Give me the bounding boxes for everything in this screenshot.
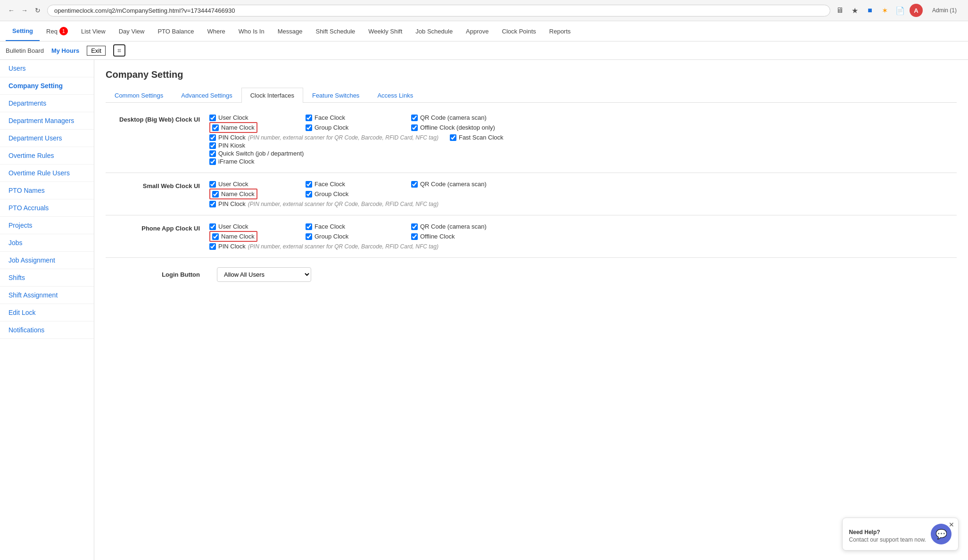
desktop-pin-clock-checkbox[interactable] <box>209 134 216 141</box>
desktop-offline-clock[interactable]: Offline Clock (desktop only) <box>411 124 957 131</box>
sidebar-item-shifts[interactable]: Shifts <box>0 269 94 287</box>
sidebar-item-pto-names[interactable]: PTO Names <box>0 182 94 199</box>
desktop-iframe-clock[interactable]: iFrame Clock <box>209 158 255 165</box>
sidebar-item-pto-accruals[interactable]: PTO Accruals <box>0 199 94 217</box>
small-pin-clock-checkbox[interactable] <box>209 201 216 207</box>
login-select[interactable]: Allow All Users Specific Users Only <box>217 267 311 282</box>
phone-qr-code[interactable]: QR Code (camera scan) <box>411 223 957 230</box>
sidebar-item-overtime-rules[interactable]: Overtime Rules <box>0 147 94 165</box>
small-face-clock[interactable]: Face Clock <box>306 181 400 188</box>
desktop-name-clock-checkbox[interactable] <box>212 124 219 131</box>
small-face-clock-checkbox[interactable] <box>306 181 312 188</box>
address-bar[interactable]: opentimeclock.com/q2/mCompanySetting.htm… <box>47 5 830 16</box>
nav-setting[interactable]: Setting <box>6 22 40 41</box>
sidebar-item-job-assignment[interactable]: Job Assignment <box>0 252 94 269</box>
desktop-name-clock[interactable]: Name Clock <box>209 122 294 133</box>
phone-offline-clock-checkbox[interactable] <box>411 233 418 240</box>
sidebar-item-notifications[interactable]: Notifications <box>0 321 94 339</box>
phone-user-clock[interactable]: User Clock <box>209 223 294 230</box>
nav-reports[interactable]: Reports <box>543 22 578 41</box>
sidebar-item-edit-lock[interactable]: Edit Lock <box>0 304 94 321</box>
sidebar-item-jobs[interactable]: Jobs <box>0 234 94 252</box>
phone-group-clock-checkbox[interactable] <box>306 233 312 240</box>
phone-face-clock-checkbox[interactable] <box>306 223 312 230</box>
nav-job-schedule[interactable]: Job Schedule <box>409 22 459 41</box>
desktop-fast-scan-clock-checkbox[interactable] <box>450 134 456 141</box>
small-qr-code[interactable]: QR Code (camera scan) <box>411 181 957 188</box>
nav-who-is-in[interactable]: Who Is In <box>232 22 271 41</box>
bookmark-icon[interactable]: ★ <box>849 5 860 16</box>
sidebar-item-shift-assignment[interactable]: Shift Assignment <box>0 287 94 304</box>
reload-button[interactable]: ↻ <box>32 5 43 16</box>
sidebar-item-department-users[interactable]: Department Users <box>0 130 94 147</box>
phone-pin-clock[interactable]: PIN Clock (PIN number, external scanner … <box>209 243 438 250</box>
desktop-qr-code-checkbox[interactable] <box>411 115 418 121</box>
small-user-clock-checkbox[interactable] <box>209 181 216 188</box>
nav-approve[interactable]: Approve <box>459 22 495 41</box>
back-button[interactable]: ← <box>6 5 17 16</box>
nav-shift-schedule[interactable]: Shift Schedule <box>309 22 362 41</box>
nav-req[interactable]: Req 1 <box>40 21 74 41</box>
sidebar-item-projects[interactable]: Projects <box>0 217 94 234</box>
small-name-clock-checkbox[interactable] <box>212 191 219 198</box>
sidebar-item-departments[interactable]: Departments <box>0 95 94 112</box>
desktop-user-clock-checkbox[interactable] <box>209 115 216 121</box>
sidebar-item-overtime-rule-users[interactable]: Overtime Rule Users <box>0 165 94 182</box>
cast-icon[interactable]: 🖥 <box>834 5 845 16</box>
nav-day-view[interactable]: Day View <box>112 22 151 41</box>
desktop-fast-scan-clock[interactable]: Fast Scan Clock <box>450 134 504 141</box>
desktop-group-clock[interactable]: Group Clock <box>306 124 400 131</box>
desktop-quick-switch[interactable]: Quick Switch (job / department) <box>209 150 304 157</box>
small-qr-code-checkbox[interactable] <box>411 181 418 188</box>
extension-icon-3[interactable]: 📄 <box>894 5 906 16</box>
desktop-iframe-clock-checkbox[interactable] <box>209 158 216 165</box>
exit-button[interactable]: Exit <box>87 46 106 56</box>
tab-access-links[interactable]: Access Links <box>368 88 422 103</box>
desktop-offline-clock-checkbox[interactable] <box>411 124 418 131</box>
phone-user-clock-checkbox[interactable] <box>209 223 216 230</box>
tab-clock-interfaces[interactable]: Clock Interfaces <box>241 88 303 103</box>
phone-group-clock[interactable]: Group Clock <box>306 233 400 240</box>
desktop-pin-kiosk[interactable]: PIN Kiosk <box>209 142 245 149</box>
sidebar-item-company-setting[interactable]: Company Setting <box>0 77 94 95</box>
nav-clock-points[interactable]: Clock Points <box>496 22 543 41</box>
small-group-clock-checkbox[interactable] <box>306 191 312 198</box>
phone-offline-clock[interactable]: Offline Clock <box>411 233 957 240</box>
sidebar-item-department-managers[interactable]: Department Managers <box>0 112 94 130</box>
bulletin-board-link[interactable]: Bulletin Board <box>6 47 44 54</box>
desktop-pin-clock[interactable]: PIN Clock (PIN number, external scanner … <box>209 134 438 141</box>
help-close-button[interactable]: ✕ <box>949 521 954 528</box>
my-hours-link[interactable]: My Hours <box>51 47 79 54</box>
phone-pin-clock-checkbox[interactable] <box>209 243 216 250</box>
small-pin-clock[interactable]: PIN Clock (PIN number, external scanner … <box>209 200 438 207</box>
extension-icon-1[interactable]: ■ <box>864 5 876 16</box>
browser-nav-buttons[interactable]: ← → ↻ <box>6 5 43 16</box>
small-name-clock[interactable]: Name Clock <box>209 189 294 199</box>
forward-button[interactable]: → <box>19 5 30 16</box>
small-user-clock[interactable]: User Clock <box>209 181 294 188</box>
extension-icon-2[interactable]: ✶ <box>879 5 891 16</box>
phone-name-clock-checkbox[interactable] <box>212 233 219 240</box>
phone-name-clock[interactable]: Name Clock <box>209 231 294 242</box>
tab-common-settings[interactable]: Common Settings <box>106 88 172 103</box>
desktop-group-clock-checkbox[interactable] <box>306 124 312 131</box>
sidebar-item-users[interactable]: Users <box>0 60 94 77</box>
tab-feature-switches[interactable]: Feature Switches <box>303 88 368 103</box>
desktop-user-clock[interactable]: User Clock <box>209 114 294 121</box>
nav-list-view[interactable]: List View <box>74 22 112 41</box>
tab-advanced-settings[interactable]: Advanced Settings <box>172 88 241 103</box>
desktop-qr-code[interactable]: QR Code (camera scan) <box>411 114 957 121</box>
desktop-face-clock-checkbox[interactable] <box>306 115 312 121</box>
phone-face-clock[interactable]: Face Clock <box>306 223 400 230</box>
small-group-clock[interactable]: Group Clock <box>306 190 400 198</box>
nav-message[interactable]: Message <box>271 22 309 41</box>
user-avatar[interactable]: A <box>910 4 923 17</box>
desktop-quick-switch-checkbox[interactable] <box>209 150 216 157</box>
nav-pto-balance[interactable]: PTO Balance <box>151 22 200 41</box>
nav-weekly-shift[interactable]: Weekly Shift <box>362 22 409 41</box>
desktop-pin-kiosk-checkbox[interactable] <box>209 142 216 149</box>
target-icon[interactable]: ⌗ <box>113 44 125 57</box>
nav-where[interactable]: Where <box>201 22 232 41</box>
phone-qr-code-checkbox[interactable] <box>411 223 418 230</box>
desktop-face-clock[interactable]: Face Clock <box>306 114 400 121</box>
